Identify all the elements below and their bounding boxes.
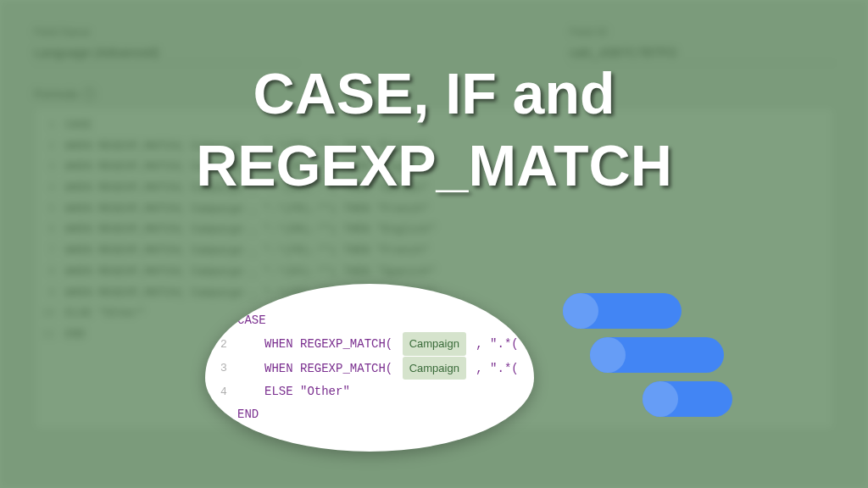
code-line: 4 ELSE "Other" (220, 380, 519, 403)
help-icon: ? (82, 87, 96, 101)
field-name-label: Field Name (34, 25, 298, 38)
field-id-value: calc_4387C7BTFD (570, 42, 834, 64)
logo-bar-icon (643, 381, 732, 417)
field-chip: Campaign (403, 357, 466, 380)
code-line: 1 CASE (220, 309, 519, 332)
looker-studio-logo (563, 293, 732, 437)
formula-label: Formula ? (34, 87, 834, 101)
field-chip: Campaign (403, 332, 466, 355)
logo-bar-icon (563, 293, 682, 329)
field-name-value: Language (Advanced) (34, 42, 298, 64)
code-line: 3 WHEN REGEXP_MATCH( Campaign , ".*( (220, 357, 519, 380)
code-line: END (220, 403, 519, 426)
field-id-label: Field ID (570, 25, 834, 38)
code-line: 2 WHEN REGEXP_MATCH( Campaign , ".*( (220, 332, 519, 356)
logo-bar-icon (590, 337, 724, 373)
